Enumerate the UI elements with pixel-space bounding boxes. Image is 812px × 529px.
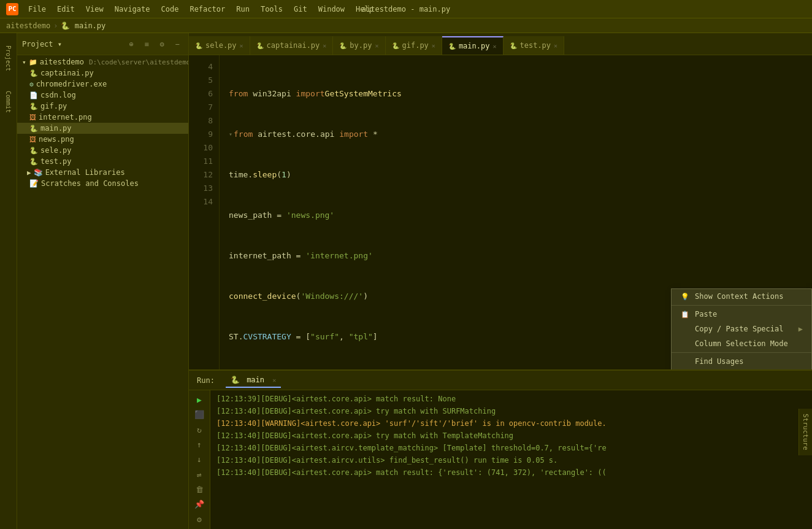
tree-options-icon[interactable]: ⚙ — [156, 38, 168, 50]
ctx-refactor[interactable]: Refactor ▶ — [672, 369, 811, 369]
tree-scratches[interactable]: 📝 Scratches and Consoles — [17, 178, 188, 189]
project-tree: ▾ 📁 aitestdemo D:\code\server\aitestdemo… — [17, 55, 188, 529]
list-item[interactable]: 🐍 gif.py — [17, 101, 188, 112]
tab-test[interactable]: 🐍 test.py ✕ — [504, 36, 565, 55]
external-libs-label: External Libraries — [45, 168, 125, 177]
ctx-show-context-actions[interactable]: 💡 Show Context Actions — [672, 289, 811, 304]
tab-label: gif.py — [402, 41, 429, 50]
tab-main[interactable]: 🐍 main.py ✕ — [442, 36, 504, 55]
tab-close-icon[interactable]: ✕ — [375, 42, 378, 49]
filename: gif.py — [40, 102, 67, 110]
tree-external-libs[interactable]: ▶ 📚 External Libraries — [17, 167, 188, 178]
project-toolbar: Project ▾ ⊕ ≡ ⚙ − — [17, 33, 188, 55]
py-file-icon: 🐍 — [29, 147, 38, 155]
log-line: [12:13:40][DEBUG]<airtest.core.api> try … — [216, 405, 806, 417]
tab-sele[interactable]: 🐍 sele.py ✕ — [189, 36, 250, 55]
menu-window[interactable]: Window — [313, 4, 350, 15]
project-panel: Project ▾ ⊕ ≡ ⚙ − ▾ 📁 aitestdemo D:\code… — [17, 33, 189, 529]
run-play-button[interactable]: ▶ — [193, 393, 206, 406]
fold-icon[interactable]: ▾ — [229, 128, 232, 141]
tab-captainai[interactable]: 🐍 captainai.py ✕ — [250, 36, 334, 55]
ctx-column-selection[interactable]: Column Selection Mode — [672, 336, 811, 351]
code-line-7: news_path = 'news.png' — [229, 209, 812, 222]
filename: chromedriver.exe — [36, 80, 107, 88]
editor-area: 🐍 sele.py ✕ 🐍 captainai.py ✕ 🐍 by.py ✕ 🐍… — [189, 33, 812, 529]
title-bar: PC File Edit View Navigate Code Refactor… — [0, 0, 812, 18]
breadcrumb-file[interactable]: 🐍 main.py — [61, 21, 105, 30]
menu-file[interactable]: File — [23, 4, 51, 15]
code-editor[interactable]: 4 5 6 7 8 9 10 11 12 13 14 from win32api… — [189, 55, 812, 369]
list-item-active[interactable]: 🐍 main.py — [17, 123, 188, 134]
filename: main.py — [40, 124, 72, 133]
scratches-label: Scratches and Consoles — [41, 179, 139, 188]
tab-close-icon[interactable]: ✕ — [432, 42, 435, 49]
ctx-separator — [672, 305, 811, 306]
tab-gif[interactable]: 🐍 gif.py ✕ — [386, 36, 442, 55]
py-file-icon: 🐍 — [29, 102, 38, 110]
menu-bar: File Edit View Navigate Code Refactor Ru… — [23, 4, 378, 15]
line-number: 13 — [189, 182, 213, 195]
list-item[interactable]: 🐍 captainai.py — [17, 68, 188, 79]
img-file-icon: 🖼 — [29, 114, 36, 122]
locate-file-icon[interactable]: ⊕ — [125, 38, 137, 50]
run-stop-button[interactable]: ⬛ — [193, 408, 206, 421]
menu-git[interactable]: Git — [289, 4, 312, 15]
menu-navigate[interactable]: Navigate — [110, 4, 155, 15]
list-item[interactable]: 🖼 news.png — [17, 134, 188, 145]
menu-edit[interactable]: Edit — [52, 4, 80, 15]
settings-button[interactable]: ⚙ — [193, 513, 206, 526]
filename: test.py — [40, 157, 72, 166]
menu-view[interactable]: View — [81, 4, 109, 15]
tab-label: by.py — [350, 41, 372, 50]
breadcrumb-project[interactable]: aitestdemo — [6, 21, 50, 30]
scroll-up-button[interactable]: ↑ — [193, 438, 206, 451]
log-line: [12:13:40][DEBUG]<airtest.core.api> try … — [216, 430, 806, 442]
sidebar-item-project[interactable]: Project — [2, 36, 15, 80]
sidebar-item-commit[interactable]: Commit — [2, 82, 15, 122]
structure-panel-label[interactable]: Structure — [799, 409, 812, 455]
wrap-toggle-button[interactable]: ⇌ — [193, 468, 206, 481]
tree-root[interactable]: ▾ 📁 aitestdemo D:\code\server\aitestdemo — [17, 56, 188, 68]
tab-label: main.py — [459, 42, 490, 50]
run-tab-label: main — [247, 376, 264, 384]
list-item[interactable]: ⚙ chromedriver.exe — [17, 79, 188, 90]
line-number: 14 — [189, 195, 213, 209]
line-number: 10 — [189, 141, 213, 155]
ctx-copy-paste-special[interactable]: Copy / Paste Special ▶ — [672, 322, 811, 336]
console-output: [12:13:39][DEBUG]<airtest.core.api> matc… — [210, 390, 812, 529]
bottom-tab-main[interactable]: 🐍 main ✕ — [226, 373, 281, 388]
ctx-paste[interactable]: 📋 Paste — [672, 307, 811, 322]
line-number: 6 — [189, 87, 213, 101]
chevron-right-icon: ▶ — [27, 169, 31, 177]
external-libs-icon: 📚 — [34, 168, 43, 177]
menu-code[interactable]: Code — [156, 4, 184, 15]
list-item[interactable]: 🐍 sele.py — [17, 145, 188, 156]
line-number: 4 — [189, 60, 213, 74]
clear-console-button[interactable]: 🗑 — [193, 483, 206, 496]
run-rerun-button[interactable]: ↻ — [193, 423, 206, 436]
pin-button[interactable]: 📌 — [193, 498, 206, 511]
menu-refactor[interactable]: Refactor — [185, 4, 230, 15]
tab-close-icon[interactable]: ✕ — [240, 42, 243, 49]
ctx-item-label: Show Context Actions — [695, 292, 784, 301]
list-item[interactable]: 🐍 test.py — [17, 156, 188, 167]
tab-close-icon[interactable]: ✕ — [323, 42, 326, 49]
py-file-icon: 🐍 — [29, 158, 38, 166]
list-item[interactable]: 🖼 internet.png — [17, 112, 188, 123]
line-number: 9 — [189, 128, 213, 141]
close-panel-icon[interactable]: − — [171, 38, 183, 50]
ctx-find-usages[interactable]: Find Usages — [672, 354, 811, 369]
side-icons: Project Commit — [0, 33, 17, 529]
ctx-item-label: Find Usages — [695, 357, 743, 366]
run-tab-close-icon[interactable]: ✕ — [272, 377, 276, 384]
scratches-icon: 📝 — [29, 179, 39, 188]
tab-by[interactable]: 🐍 by.py ✕ — [333, 36, 385, 55]
code-line-8: internet_path = 'internet.png' — [229, 249, 812, 263]
menu-run[interactable]: Run — [231, 4, 255, 15]
menu-tools[interactable]: Tools — [256, 4, 288, 15]
tab-close-icon[interactable]: ✕ — [492, 43, 496, 50]
list-item[interactable]: 📄 csdn.log — [17, 90, 188, 101]
scroll-down-button[interactable]: ↓ — [193, 453, 206, 466]
collapse-all-icon[interactable]: ≡ — [140, 38, 153, 50]
tab-close-icon[interactable]: ✕ — [554, 42, 557, 49]
